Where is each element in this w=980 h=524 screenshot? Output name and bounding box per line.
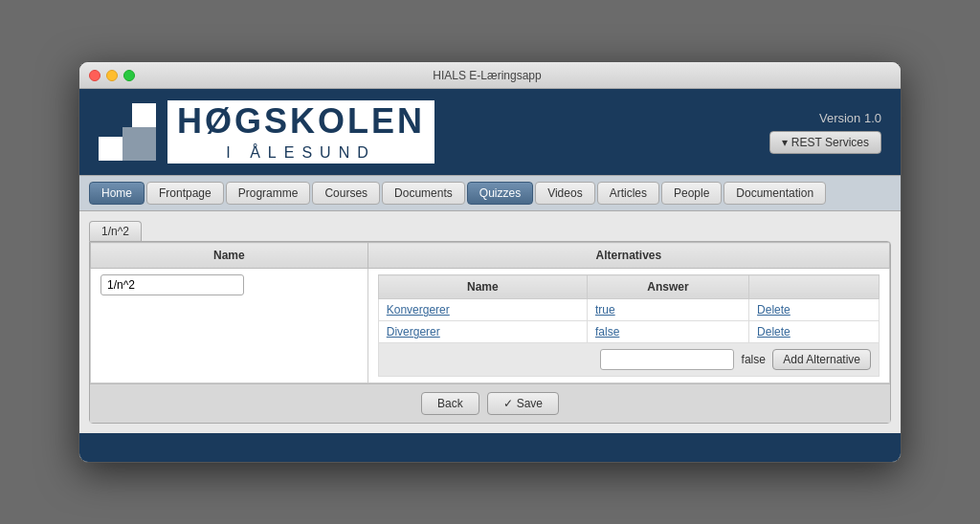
col-name-header: Name xyxy=(91,243,368,269)
logo-sub: I ÅLESUND xyxy=(167,142,434,164)
breadcrumb: 1/n^2 xyxy=(89,221,142,241)
tab-documents[interactable]: Documents xyxy=(382,182,465,205)
footer-bar xyxy=(79,433,901,462)
inner-col-action xyxy=(749,275,880,299)
add-alternative-row: false Add Alternative xyxy=(378,343,879,377)
tab-articles[interactable]: Articles xyxy=(597,182,659,205)
rest-services-button[interactable]: ▾ REST Services xyxy=(769,131,881,154)
tab-courses[interactable]: Courses xyxy=(312,182,380,205)
minimize-button[interactable] xyxy=(106,70,118,81)
alternatives-cell: Name Answer Konvergerer true xyxy=(368,269,889,383)
version-label: Version 1.0 xyxy=(819,111,881,125)
main-table-container: Name Alternatives Name xyxy=(89,241,891,424)
true-link[interactable]: true xyxy=(595,303,615,317)
tab-videos[interactable]: Videos xyxy=(535,182,594,205)
alt-answer-2: false xyxy=(587,321,748,343)
app-window: HIALS E-Læringsapp HØGSKOLEN I ÅLESUND V… xyxy=(78,61,902,463)
tab-frontpage[interactable]: Frontpage xyxy=(146,182,224,205)
add-alternative-input[interactable] xyxy=(600,349,734,370)
logo-area: HØGSKOLEN I ÅLESUND xyxy=(99,100,434,164)
alt-delete-1: Delete xyxy=(749,299,880,321)
traffic-lights xyxy=(89,70,135,81)
name-input[interactable] xyxy=(100,274,244,295)
navbar: Home Frontpage Programme Courses Documen… xyxy=(79,175,901,211)
tab-home[interactable]: Home xyxy=(89,182,145,205)
inner-col-name: Name xyxy=(378,275,587,299)
back-button[interactable]: Back xyxy=(421,392,479,415)
inner-col-answer: Answer xyxy=(587,275,748,299)
delete-link-2[interactable]: Delete xyxy=(757,325,791,338)
name-cell xyxy=(91,269,368,383)
logo-main: HØGSKOLEN xyxy=(167,100,434,142)
false-link[interactable]: false xyxy=(595,325,619,338)
close-button[interactable] xyxy=(89,70,100,81)
alt-name-1: Konvergerer xyxy=(378,299,587,321)
tab-people[interactable]: People xyxy=(661,182,722,205)
window-title: HIALS E-Læringsapp xyxy=(135,69,839,82)
main-content: 1/n^2 Name Alternatives xyxy=(79,211,901,433)
col-alternatives-header: Alternatives xyxy=(368,243,889,269)
add-alternative-cell: false Add Alternative xyxy=(378,343,879,377)
konvergerer-link[interactable]: Konvergerer xyxy=(387,303,450,317)
divergerer-link[interactable]: Divergerer xyxy=(387,325,440,338)
save-checkmark-icon: ✓ xyxy=(503,397,513,410)
save-label: Save xyxy=(517,397,543,410)
main-table: Name Alternatives Name xyxy=(90,242,890,383)
alt-answer-1: true xyxy=(587,299,748,321)
alt-name-2: Divergerer xyxy=(378,321,587,343)
tab-programme[interactable]: Programme xyxy=(226,182,311,205)
table-row: Konvergerer true Delete xyxy=(378,299,879,321)
tab-documentation[interactable]: Documentation xyxy=(724,182,826,205)
footer-actions: Back ✓ Save xyxy=(90,383,890,423)
false-label: false xyxy=(742,353,766,366)
table-row: Name Answer Konvergerer true xyxy=(91,269,890,383)
rest-services-label: REST Services xyxy=(791,136,869,149)
app-header: HØGSKOLEN I ÅLESUND Version 1.0 ▾ REST S… xyxy=(79,89,901,175)
alternatives-table: Name Answer Konvergerer true xyxy=(378,274,880,377)
save-button[interactable]: ✓ Save xyxy=(487,392,559,415)
maximize-button[interactable] xyxy=(123,70,135,81)
table-row: Divergerer false Delete xyxy=(378,321,879,343)
titlebar: HIALS E-Læringsapp xyxy=(79,62,901,89)
add-alternative-button[interactable]: Add Alternative xyxy=(772,349,871,370)
delete-link-1[interactable]: Delete xyxy=(757,303,791,317)
logo-text: HØGSKOLEN I ÅLESUND xyxy=(167,100,434,164)
alt-delete-2: Delete xyxy=(749,321,880,343)
dropdown-arrow-icon: ▾ xyxy=(782,136,788,149)
header-right: Version 1.0 ▾ REST Services xyxy=(769,111,881,154)
tab-quizzes[interactable]: Quizzes xyxy=(467,182,533,205)
logo-icon xyxy=(99,103,156,161)
